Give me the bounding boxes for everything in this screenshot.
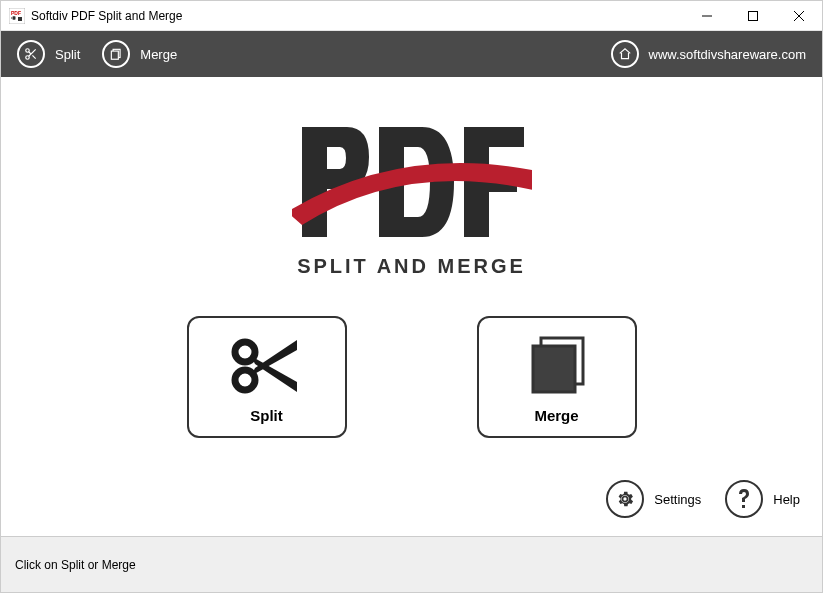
scissors-icon — [231, 331, 303, 401]
maximize-button[interactable] — [730, 1, 776, 30]
bottom-actions: Settings Help — [606, 480, 800, 518]
gear-icon — [606, 480, 644, 518]
svg-rect-19 — [533, 346, 575, 392]
help-button[interactable]: Help — [725, 480, 800, 518]
question-icon — [725, 480, 763, 518]
toolbar-home-link[interactable]: www.softdivshareware.com — [611, 40, 807, 68]
stack-icon — [102, 40, 130, 68]
close-button[interactable] — [776, 1, 822, 30]
svg-rect-20 — [742, 505, 745, 508]
svg-line-10 — [32, 55, 35, 58]
svg-rect-13 — [112, 51, 119, 59]
pdf-logo-icon — [292, 117, 532, 257]
merge-card[interactable]: Merge — [477, 316, 637, 438]
split-card[interactable]: Split — [187, 316, 347, 438]
home-icon — [611, 40, 639, 68]
statusbar: Click on Split or Merge — [1, 536, 822, 592]
window-controls — [684, 1, 822, 30]
action-cards: Split Merge — [187, 316, 637, 438]
toolbar-split-label: Split — [55, 47, 80, 62]
window-title: Softdiv PDF Split and Merge — [31, 9, 684, 23]
toolbar-split-button[interactable]: Split — [17, 40, 80, 68]
svg-text:PDF: PDF — [11, 10, 21, 16]
status-message: Click on Split or Merge — [15, 558, 136, 572]
toolbar: Split Merge www.softdivshareware.com — [1, 31, 822, 77]
svg-rect-2 — [18, 17, 22, 21]
svg-point-14 — [235, 342, 255, 362]
app-icon: PDF — [9, 8, 25, 24]
minimize-button[interactable] — [684, 1, 730, 30]
logo-subtitle: SPLIT AND MERGE — [297, 255, 526, 278]
scissors-icon — [17, 40, 45, 68]
svg-point-7 — [26, 49, 30, 53]
stack-icon — [525, 331, 589, 401]
main-content: SPLIT AND MERGE Split Merge — [1, 77, 822, 536]
merge-card-label: Merge — [534, 407, 578, 424]
svg-line-11 — [29, 52, 31, 54]
settings-button[interactable]: Settings — [606, 480, 701, 518]
split-card-label: Split — [250, 407, 283, 424]
settings-label: Settings — [654, 492, 701, 507]
titlebar: PDF Softdiv PDF Split and Merge — [1, 1, 822, 31]
toolbar-merge-label: Merge — [140, 47, 177, 62]
help-label: Help — [773, 492, 800, 507]
toolbar-merge-button[interactable]: Merge — [102, 40, 177, 68]
toolbar-home-url: www.softdivshareware.com — [649, 47, 807, 62]
svg-point-8 — [26, 56, 30, 60]
svg-rect-4 — [749, 11, 758, 20]
svg-point-15 — [235, 370, 255, 390]
app-logo: SPLIT AND MERGE — [292, 117, 532, 278]
